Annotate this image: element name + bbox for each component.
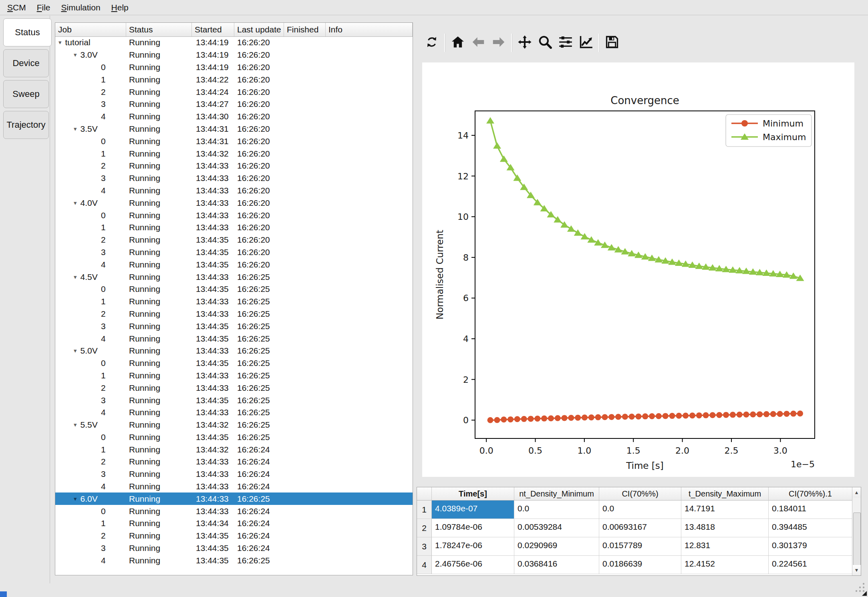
job-tree-row[interactable]: 1Running13:44:2216:26:20 <box>55 73 413 86</box>
job-tree-row[interactable]: 2Running13:44:3316:26:24 <box>55 456 413 468</box>
job-tree-row[interactable]: ▾5.5VRunning13:44:3216:26:25 <box>55 419 413 431</box>
job-tree-row[interactable]: 2Running13:44:3316:26:25 <box>55 382 413 394</box>
tab-trajectory[interactable]: Trajectory <box>3 111 49 139</box>
job-tree-row[interactable]: 3Running13:44:3316:26:20 <box>55 172 413 185</box>
job-tree-col-job[interactable]: Job <box>55 23 126 36</box>
job-tree-row[interactable]: 4Running13:44:3316:26:25 <box>55 406 413 419</box>
row-number[interactable]: 1 <box>417 501 432 519</box>
menu-scm[interactable]: SCM <box>7 3 26 12</box>
result-cell[interactable]: 0.0290969 <box>514 537 599 556</box>
result-cell[interactable]: 4.0389e-07 <box>432 501 514 519</box>
plot-canvas[interactable]: 024681012140.00.51.01.52.02.53.01e−5Time… <box>422 62 854 477</box>
result-cell[interactable]: 0.301379 <box>769 537 852 556</box>
tab-status[interactable]: Status <box>3 18 52 46</box>
job-tree-row[interactable]: 3Running13:44:3516:26:24 <box>55 542 413 555</box>
expand-arrow-icon[interactable]: ▾ <box>74 347 77 354</box>
job-tree-row[interactable]: 1Running13:44:3316:26:25 <box>55 370 413 382</box>
result-col-5[interactable]: CI(70%%).1 <box>769 487 852 501</box>
job-tree-row[interactable]: 0Running13:44:3516:26:25 <box>55 283 413 295</box>
expand-arrow-icon[interactable]: ▾ <box>74 273 77 281</box>
job-tree-row[interactable]: 3Running13:44:3316:26:24 <box>55 468 413 480</box>
job-tree-row[interactable]: ▾tutorialRunning13:44:1916:26:20 <box>55 36 413 49</box>
row-number[interactable]: 4 <box>417 556 432 574</box>
result-col-3[interactable]: CI(70%%) <box>599 487 681 501</box>
job-tree-row[interactable]: 1Running13:44:3416:26:24 <box>55 517 413 530</box>
expand-arrow-icon[interactable]: ▾ <box>74 495 77 503</box>
result-col-1[interactable]: Time[s] <box>432 487 514 501</box>
job-tree-row[interactable]: 4Running13:44:3316:26:20 <box>55 185 413 197</box>
forward-button[interactable] <box>491 33 507 52</box>
job-tree-row[interactable]: 0Running13:44:1916:26:20 <box>55 61 413 74</box>
job-tree-row[interactable]: ▾3.5VRunning13:44:3116:26:20 <box>55 123 413 135</box>
job-tree-row[interactable]: ▾3.0VRunning13:44:1916:26:20 <box>55 49 413 61</box>
result-cell[interactable]: 0.0368416 <box>514 556 599 574</box>
job-tree-row[interactable]: 2Running13:44:3316:26:20 <box>55 160 413 172</box>
save-button[interactable] <box>604 33 620 52</box>
tab-sweep[interactable]: Sweep <box>3 80 49 108</box>
menu-file[interactable]: File <box>37 3 50 12</box>
job-tree-col-status[interactable]: Status <box>126 23 192 36</box>
result-cell[interactable]: 1.78247e-06 <box>432 537 514 556</box>
tab-device[interactable]: Device <box>3 49 49 77</box>
result-cell[interactable]: 0.224561 <box>769 556 852 574</box>
job-tree-row[interactable]: 4Running13:44:3316:26:24 <box>55 480 413 493</box>
result-cell[interactable]: 2.46756e-06 <box>432 556 514 574</box>
job-tree-row[interactable]: 0Running13:44:3316:26:24 <box>55 505 413 517</box>
result-cell[interactable]: 0.184011 <box>769 501 852 519</box>
job-tree-col-info[interactable]: Info <box>326 23 413 36</box>
job-tree-col-last-update[interactable]: Last update <box>234 23 284 36</box>
job-tree-col-finished[interactable]: Finished <box>284 23 326 36</box>
vertical-scrollbar[interactable]: ▲ ▼ <box>852 487 861 575</box>
axes-button[interactable] <box>578 33 594 52</box>
result-cell[interactable]: 0.394485 <box>769 519 852 537</box>
result-cell[interactable]: 0.0186639 <box>599 556 681 574</box>
back-button[interactable] <box>470 33 486 52</box>
job-tree-row[interactable]: 3Running13:44:3516:26:25 <box>55 320 413 332</box>
zoom-button[interactable] <box>537 33 553 52</box>
job-tree-row[interactable]: 4Running13:44:3516:26:20 <box>55 258 413 271</box>
menu-help[interactable]: Help <box>111 3 129 12</box>
job-tree-row[interactable]: 3Running13:44:2716:26:20 <box>55 98 413 111</box>
job-tree-row[interactable]: 2Running13:44:3516:26:24 <box>55 530 413 542</box>
result-cell[interactable]: 0.0 <box>599 501 681 519</box>
job-tree-row[interactable]: 3Running13:44:3516:26:20 <box>55 246 413 259</box>
job-tree-row[interactable]: 2Running13:44:3316:26:25 <box>55 308 413 320</box>
pan-button[interactable] <box>517 33 533 52</box>
expand-arrow-icon[interactable]: ▾ <box>74 125 77 133</box>
menu-simulation[interactable]: Simulation <box>61 3 101 12</box>
job-tree-row[interactable]: ▾6.0VRunning13:44:3316:26:25 <box>55 492 413 505</box>
job-tree-row[interactable]: 1Running13:44:3316:26:20 <box>55 221 413 234</box>
result-cell[interactable]: 12.4152 <box>681 556 769 574</box>
refresh-button[interactable] <box>424 33 440 52</box>
result-cell[interactable]: 0.00693167 <box>599 519 681 537</box>
job-tree-row[interactable]: 2Running13:44:3516:26:20 <box>55 234 413 246</box>
job-tree-row[interactable]: 0Running13:44:3516:26:25 <box>55 431 413 444</box>
scroll-up-button[interactable]: ▲ <box>852 487 861 498</box>
result-col-4[interactable]: t_Density_Maximum <box>681 487 769 501</box>
result-cell[interactable]: 0.0157789 <box>599 537 681 556</box>
job-tree-row[interactable]: ▾5.0VRunning13:44:3316:26:25 <box>55 345 413 357</box>
row-number[interactable]: 3 <box>417 537 432 556</box>
job-tree-row[interactable]: 0Running13:44:3516:26:25 <box>55 357 413 370</box>
scroll-down-button[interactable]: ▼ <box>852 565 861 575</box>
result-cell[interactable]: 0.0 <box>514 501 599 519</box>
result-cell[interactable]: 1.09784e-06 <box>432 519 514 537</box>
resize-grip-icon[interactable] <box>852 581 867 596</box>
result-cell[interactable]: 14.7191 <box>681 501 769 519</box>
job-tree-row[interactable]: 0Running13:44:3316:26:20 <box>55 209 413 221</box>
job-tree-row[interactable]: 4Running13:44:3016:26:20 <box>55 111 413 123</box>
result-cell[interactable]: 12.831 <box>681 537 769 556</box>
result-col-2[interactable]: nt_Density_Minimum <box>514 487 599 501</box>
job-tree-row[interactable]: 1Running13:44:3216:26:24 <box>55 443 413 456</box>
job-tree-row[interactable]: ▾4.5VRunning13:44:3316:26:25 <box>55 271 413 283</box>
result-corner-header[interactable] <box>417 487 432 501</box>
home-button[interactable] <box>450 33 466 52</box>
job-tree-row[interactable]: 1Running13:44:3316:26:25 <box>55 295 413 308</box>
job-tree-row[interactable]: 4Running13:44:3516:26:25 <box>55 554 413 567</box>
expand-arrow-icon[interactable]: ▾ <box>58 39 62 46</box>
job-tree-row[interactable]: 0Running13:44:3116:26:20 <box>55 135 413 147</box>
sliders-button[interactable] <box>558 33 574 52</box>
job-tree-col-started[interactable]: Started <box>192 23 234 36</box>
expand-arrow-icon[interactable]: ▾ <box>74 51 77 58</box>
job-tree-row[interactable]: ▾4.0VRunning13:44:3316:26:20 <box>55 197 413 209</box>
